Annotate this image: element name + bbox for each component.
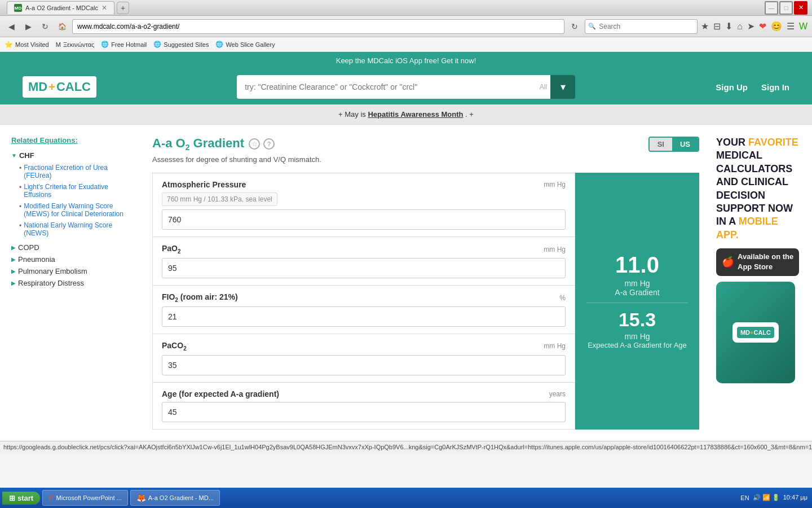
- site-logo[interactable]: MD + CALC: [23, 76, 96, 98]
- sidebar-section-header-chf[interactable]: ▼ CHF: [11, 151, 135, 160]
- sidebar-section-chf-name: CHF: [19, 151, 34, 160]
- search-all-label: All: [540, 83, 547, 91]
- sidebar-item-feurea[interactable]: Fractional Excretion of Urea (FEUrea): [19, 162, 135, 181]
- ad-text: YOUR FAVORITE MEDICAL CALCULATORS AND CL…: [716, 136, 801, 242]
- maximize-button[interactable]: □: [779, 1, 793, 15]
- browser-tab-active[interactable]: MD A-a O2 Gradient - MDCalc ✕: [7, 1, 114, 14]
- extension-icon[interactable]: W: [799, 21, 807, 32]
- pao2-input[interactable]: [162, 258, 566, 278]
- app-store-button[interactable]: 🍎 Available on the App Store: [716, 248, 799, 275]
- forward-button[interactable]: ▶: [21, 20, 35, 33]
- sidebar-section-resp[interactable]: ▶ Respiratory Distress: [11, 279, 135, 287]
- sidebar-section-pe[interactable]: ▶ Pulmonary Embolism: [11, 267, 135, 275]
- browser-search-input[interactable]: [585, 19, 698, 34]
- tab-close-btn[interactable]: ✕: [102, 4, 107, 12]
- back-button[interactable]: ◀: [5, 20, 18, 33]
- bookmark-hotmail[interactable]: 🌐 Free Hotmail: [101, 41, 147, 48]
- phone-mockup-inner: MD+CALC: [732, 322, 779, 343]
- input-label-fio2: FIO2 (room air: 21%): [162, 292, 238, 303]
- search-dropdown-button[interactable]: ▾: [550, 75, 575, 99]
- input-unit-fio2: %: [559, 294, 566, 302]
- top-banner: Keep the MDCalc iOS App free! Get it now…: [0, 52, 812, 69]
- apple-icon: 🍎: [722, 256, 734, 268]
- sidebar-item-lights-label: Light's Criteria for Exudative Effusions: [24, 183, 135, 199]
- logo-box: MD + CALC: [23, 76, 96, 98]
- minimize-button[interactable]: —: [765, 1, 778, 15]
- awareness-bar: + May is Hepatitis Awareness Month . +: [0, 104, 812, 125]
- menu-icon[interactable]: ☰: [787, 21, 795, 32]
- main-search-input[interactable]: [237, 75, 550, 99]
- age-input[interactable]: [162, 402, 566, 422]
- copd-arrow-icon: ▶: [11, 244, 16, 251]
- logo-plus: +: [48, 81, 55, 94]
- tab-title: A-a O2 Gradient - MDCalc: [25, 5, 98, 11]
- help-icon[interactable]: ?: [263, 138, 275, 150]
- sidebar-item-news[interactable]: National Early Warning Score (NEWS): [19, 220, 135, 239]
- input-label-row-pao2: PaO2 mm Hg: [162, 244, 566, 255]
- sidebar-section-pneumonia[interactable]: ▶ Pneumonia: [11, 255, 135, 264]
- heart-icon[interactable]: ❤: [759, 21, 766, 32]
- new-tab-button[interactable]: +: [117, 2, 129, 14]
- bookmark-most-visited[interactable]: ⭐ Most Visited: [5, 41, 49, 49]
- sidebar-item-mews[interactable]: Modified Early Warning Score (MEWS) for …: [19, 200, 135, 220]
- input-label-atm: Atmospheric Pressure: [162, 180, 246, 189]
- phone-app-logo: MD+CALC: [737, 327, 774, 338]
- app-store-text: Available on the App Store: [738, 252, 793, 272]
- forward-icon[interactable]: ➤: [747, 21, 754, 32]
- sidebar-section-pe-name: Pulmonary Embolism: [18, 267, 87, 275]
- home-icon[interactable]: ⌂: [737, 21, 743, 32]
- bookmark-star-icon[interactable]: ★: [701, 21, 709, 32]
- browser-window: MD A-a O2 Gradient - MDCalc ✕ + — □ ✕ ◀ …: [0, 0, 812, 52]
- bookmark-start[interactable]: M Ξεκινώντας: [56, 41, 95, 48]
- available-on: Available on the: [738, 252, 793, 262]
- atm-pressure-input[interactable]: [162, 209, 566, 230]
- status-url: https://googleads.g.doubleclick.net/pcs/…: [3, 444, 812, 450]
- favorite-star-icon[interactable]: ☆: [249, 138, 260, 150]
- sidebar-chf-items: Fractional Excretion of Urea (FEUrea) Li…: [11, 162, 135, 239]
- paco2-input[interactable]: [162, 355, 566, 375]
- input-row-fio2: FIO2 (room air: 21%) %: [153, 286, 575, 334]
- result-primary-unit: mm Hg: [615, 279, 659, 288]
- awareness-link[interactable]: Hepatitis Awareness Month: [368, 110, 463, 119]
- bookmark-icon-1: ⭐: [5, 41, 13, 49]
- input-unit-age: years: [549, 390, 566, 398]
- header-nav: Sign Up Sign In: [716, 82, 789, 92]
- result-primary-value: 11.0: [615, 252, 659, 278]
- sidebar-title: Related Equations:: [11, 136, 135, 144]
- input-label-row-age: Age (for expected A-a gradient) years: [162, 389, 566, 398]
- website-content: Keep the MDCalc iOS App free! Get it now…: [0, 52, 812, 441]
- refresh-go-button[interactable]: ↻: [568, 20, 581, 33]
- input-label-pao2: PaO2: [162, 244, 181, 255]
- input-label-row-fio2: FIO2 (room air: 21%) %: [162, 292, 566, 303]
- chf-arrow-icon: ▼: [11, 152, 17, 159]
- downloads-icon[interactable]: ⬇: [725, 21, 732, 32]
- sidebar-item-lights[interactable]: Light's Criteria for Exudative Effusions: [19, 181, 135, 200]
- result-secondary-unit: mm Hg: [588, 332, 687, 341]
- browser-toolbar: ◀ ▶ ↻ 🏠 ↻ 🔍 ★ ⊟ ⬇ ⌂ ➤ ❤ 😊 ☰ W: [0, 16, 812, 37]
- sidebar-section-copd[interactable]: ▶ COPD: [11, 243, 135, 252]
- nav-signin-link[interactable]: Sign In: [761, 82, 789, 92]
- sidebar-item-feurea-label: Fractional Excretion of Urea (FEUrea): [24, 164, 135, 179]
- input-row-paco2: PaCO2 mm Hg: [153, 334, 575, 383]
- refresh-button[interactable]: ↻: [38, 20, 52, 33]
- calc-subtitle: Assesses for degree of shunting and V/Q …: [152, 155, 699, 164]
- bookmark-webslice[interactable]: 🌐 Web Slice Gallery: [215, 41, 275, 48]
- face-icon[interactable]: 😊: [771, 21, 782, 32]
- unit-us-button[interactable]: US: [672, 138, 698, 151]
- home-button[interactable]: 🏠: [55, 20, 69, 33]
- bookmarks-bar: ⭐ Most Visited M Ξεκινώντας 🌐 Free Hotma…: [0, 37, 812, 52]
- bookmark-suggested[interactable]: 🌐 Suggested Sites: [153, 41, 209, 48]
- calc-body: Atmospheric Pressure mm Hg 760 mm Hg / 1…: [152, 173, 699, 429]
- input-label-paco2: PaCO2: [162, 341, 187, 352]
- sidebar-item-news-label: National Early Warning Score (NEWS): [24, 221, 135, 237]
- calc-icons: ☆ ?: [249, 138, 275, 150]
- result-secondary: 15.3 mm Hg Expected A-a Gradient for Age: [588, 309, 687, 351]
- fio2-input[interactable]: [162, 306, 566, 327]
- address-bar[interactable]: [72, 19, 564, 34]
- result-divider: [586, 303, 688, 303]
- status-bar: https://googleads.g.doubleclick.net/pcs/…: [0, 441, 812, 453]
- close-window-button[interactable]: ✕: [794, 1, 807, 15]
- sync-icon[interactable]: ⊟: [713, 21, 721, 32]
- unit-si-button[interactable]: SI: [650, 138, 672, 151]
- nav-signup-link[interactable]: Sign Up: [716, 82, 748, 92]
